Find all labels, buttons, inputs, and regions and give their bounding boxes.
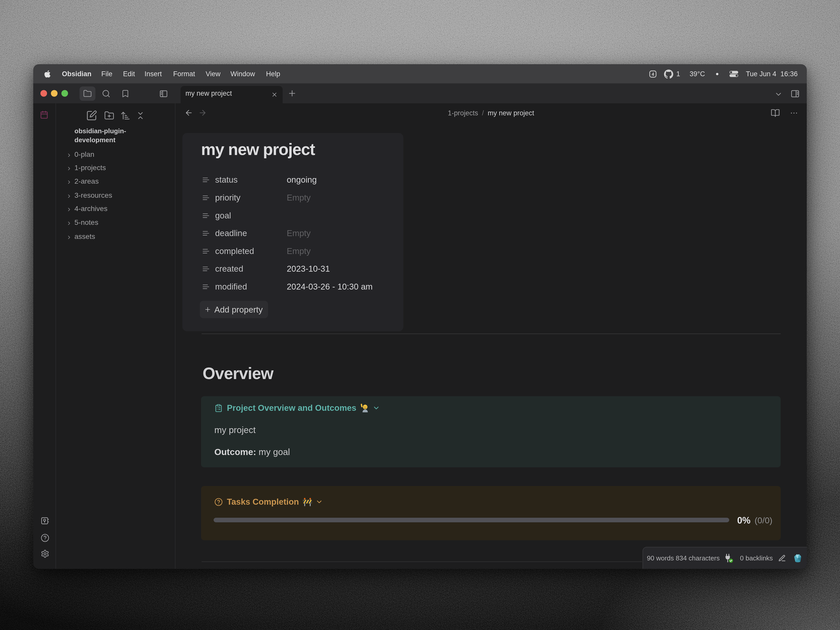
svg-text:4: 4 [652,72,654,76]
